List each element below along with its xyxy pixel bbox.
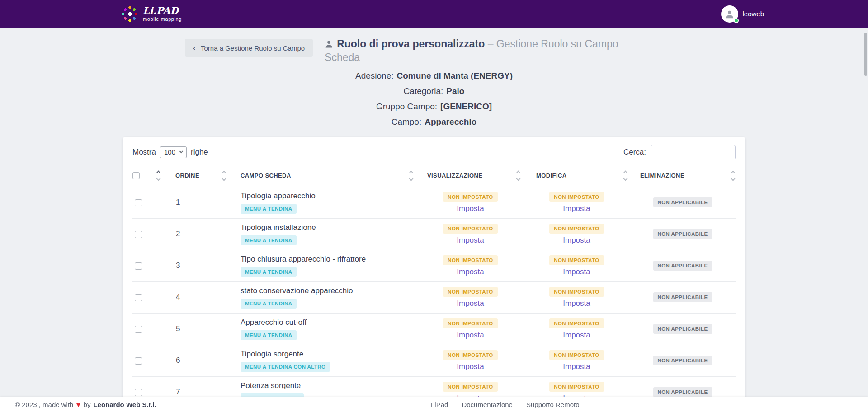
visualizzazione-imposta-link[interactable]: Imposta xyxy=(457,267,484,276)
field-name: stato conservazione apparecchio xyxy=(241,286,417,295)
sort-arrows-campo-scheda[interactable] xyxy=(410,171,413,180)
field-name: Tipologia sorgente xyxy=(241,350,417,359)
table-row: 1 Tipologia apparecchio MENU A TENDINA N… xyxy=(132,187,736,218)
column-header-visualizzazione[interactable]: VISUALIZZAZIONE xyxy=(417,167,524,187)
modifica-status-badge: NON IMPOSTATO xyxy=(549,224,604,234)
footer-link-documentazione[interactable]: Documentazione xyxy=(462,401,513,408)
row-order: 6 xyxy=(173,345,236,376)
modifica-imposta-link[interactable]: Imposta xyxy=(563,236,590,245)
user-menu[interactable]: leoweb xyxy=(721,5,764,23)
chevron-left-icon: ‹ xyxy=(193,44,196,52)
visualizzazione-status-badge: NON IMPOSTATO xyxy=(443,350,497,360)
visualizzazione-imposta-link[interactable]: Imposta xyxy=(457,331,484,340)
visualizzazione-status-badge: NON IMPOSTATO xyxy=(443,192,497,202)
table-card: Mostra 100 righe Cerca: xyxy=(123,137,745,412)
column-header-eliminazione[interactable]: ELIMINAZIONE xyxy=(630,167,736,187)
eliminazione-status-badge: NON APPLICABILE xyxy=(653,292,712,302)
table-header-row: ORDINE CAMPO SCHEDA VISUALIZZAZIONE xyxy=(132,167,736,187)
modifica-imposta-link[interactable]: Imposta xyxy=(563,362,590,371)
field-name: Tipo chiusura apparecchio - rifrattore xyxy=(241,255,417,264)
column-header-ordine[interactable]: ORDINE xyxy=(173,167,236,187)
scrollbar-thumb[interactable] xyxy=(864,33,867,76)
sort-arrows-ordine[interactable] xyxy=(222,171,226,180)
visualizzazione-imposta-link[interactable]: Imposta xyxy=(457,362,484,371)
modifica-status-badge: NON IMPOSTATO xyxy=(549,350,604,360)
field-name: Tipologia apparecchio xyxy=(241,192,417,201)
context-info: Adesione:Comune di Manta (ENERGY) Catego… xyxy=(123,71,745,127)
modifica-imposta-link[interactable]: Imposta xyxy=(563,204,590,213)
info-value: Comune di Manta (ENERGY) xyxy=(397,71,513,80)
page-title-role: Ruolo di prova personalizzato xyxy=(337,38,485,50)
table-row: 3 Tipo chiusura apparecchio - rifrattore… xyxy=(132,250,736,281)
visualizzazione-status-badge: NON IMPOSTATO xyxy=(443,224,497,234)
search-label: Cerca: xyxy=(623,148,646,157)
modifica-status-badge: NON IMPOSTATO xyxy=(549,255,604,265)
eliminazione-status-badge: NON APPLICABILE xyxy=(653,197,712,207)
field-name: Tipologia installazione xyxy=(241,223,417,232)
page-title: Ruolo di prova personalizzato – Gestione… xyxy=(325,37,632,65)
row-checkbox[interactable] xyxy=(135,357,142,365)
table-row: 4 stato conservazione apparecchio MENU A… xyxy=(132,281,736,313)
row-checkbox[interactable] xyxy=(135,199,142,206)
row-order: 1 xyxy=(173,187,236,218)
sort-arrows-select[interactable] xyxy=(157,171,160,180)
field-type-badge: MENU A TENDINA xyxy=(241,267,297,277)
company-name: Leonardo Web S.r.l. xyxy=(93,401,156,408)
search-input[interactable] xyxy=(651,145,736,159)
visualizzazione-status-badge: NON IMPOSTATO xyxy=(443,287,497,297)
info-value: Apparecchio xyxy=(425,117,476,126)
modifica-status-badge: NON IMPOSTATO xyxy=(549,318,604,328)
eliminazione-status-badge: NON APPLICABILE xyxy=(653,387,712,397)
app-logo[interactable]: Li.PAD mobile mapping xyxy=(121,5,182,23)
visualizzazione-status-badge: NON IMPOSTATO xyxy=(443,318,497,328)
eliminazione-status-badge: NON APPLICABILE xyxy=(653,229,712,239)
sort-arrows-modifica[interactable] xyxy=(624,171,627,180)
select-all-checkbox[interactable] xyxy=(132,172,140,179)
info-label: Campo: xyxy=(392,117,422,126)
row-checkbox[interactable] xyxy=(135,231,142,238)
sort-arrows-visualizzazione[interactable] xyxy=(517,171,520,180)
logo-subtitle: mobile mapping xyxy=(143,17,182,22)
info-gruppo-campo: Gruppo Campo:[GENERICO] xyxy=(123,102,745,112)
row-checkbox[interactable] xyxy=(135,262,142,270)
modifica-status-badge: NON IMPOSTATO xyxy=(549,287,604,297)
visualizzazione-imposta-link[interactable]: Imposta xyxy=(457,204,484,213)
info-value: Palo xyxy=(446,86,464,96)
visualizzazione-status-badge: NON IMPOSTATO xyxy=(443,255,497,265)
page-length-select[interactable]: 100 xyxy=(160,146,187,158)
row-order: 4 xyxy=(173,281,236,313)
field-type-badge: MENU A TENDINA xyxy=(241,299,297,309)
footer-link-lipad[interactable]: LiPad xyxy=(431,401,448,408)
row-order: 2 xyxy=(173,218,236,250)
length-label-after: righe xyxy=(191,148,208,157)
logo-burst-icon xyxy=(121,5,138,23)
column-header-campo-scheda[interactable]: CAMPO SCHEDA xyxy=(236,167,417,187)
modifica-imposta-link[interactable]: Imposta xyxy=(563,299,590,308)
topbar: Li.PAD mobile mapping leoweb xyxy=(0,0,868,28)
length-label-before: Mostra xyxy=(132,148,156,157)
row-checkbox[interactable] xyxy=(135,294,142,301)
info-adesione: Adesione:Comune di Manta (ENERGY) xyxy=(123,71,745,81)
row-checkbox[interactable] xyxy=(135,389,142,396)
back-button[interactable]: ‹ Torna a Gestione Ruolo su Campo xyxy=(185,39,313,57)
footer-links: LiPad Documentazione Supporto Remoto xyxy=(431,401,580,408)
heart-icon: ♥ xyxy=(76,401,80,408)
column-label: VISUALIZZAZIONE xyxy=(427,172,482,179)
column-label: ELIMINAZIONE xyxy=(640,172,684,179)
column-header-modifica[interactable]: MODIFICA xyxy=(524,167,630,187)
visualizzazione-imposta-link[interactable]: Imposta xyxy=(457,299,484,308)
user-icon xyxy=(725,9,735,19)
footer-link-supporto-remoto[interactable]: Supporto Remoto xyxy=(526,401,580,408)
info-categoria: Categoria:Palo xyxy=(123,86,745,96)
sort-arrows-eliminazione[interactable] xyxy=(731,171,735,180)
modifica-imposta-link[interactable]: Imposta xyxy=(563,331,590,340)
username: leoweb xyxy=(742,10,764,18)
page-content: ‹ Torna a Gestione Ruolo su Campo Ruolo … xyxy=(123,28,745,412)
logo-title: Li.PAD xyxy=(143,6,182,16)
row-checkbox[interactable] xyxy=(135,326,142,333)
copyright: © 2023 , made with ♥ by Leonardo Web S.r… xyxy=(15,401,156,408)
page-head: ‹ Torna a Gestione Ruolo su Campo Ruolo … xyxy=(123,39,745,65)
eliminazione-status-badge: NON APPLICABILE xyxy=(653,261,712,271)
visualizzazione-imposta-link[interactable]: Imposta xyxy=(457,236,484,245)
modifica-imposta-link[interactable]: Imposta xyxy=(563,267,590,276)
